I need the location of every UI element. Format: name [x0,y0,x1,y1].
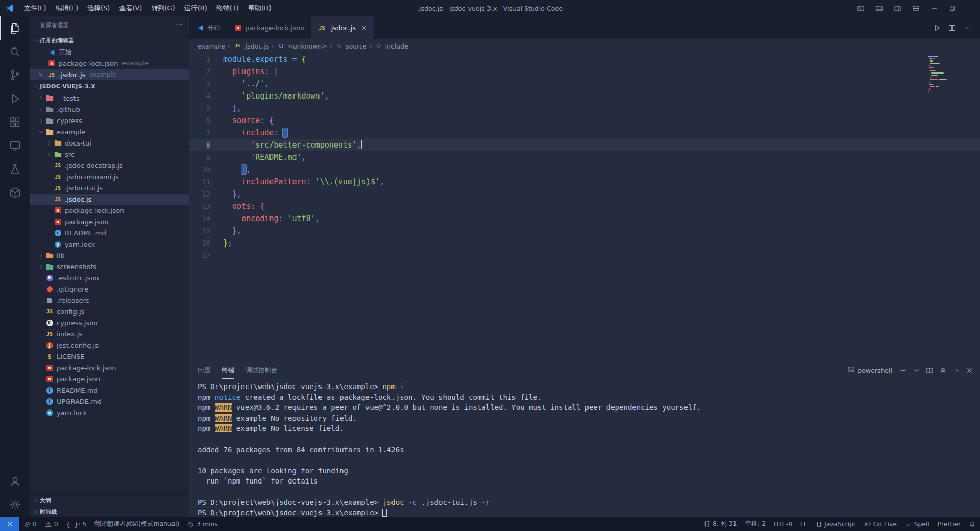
tab-.jsdoc.js[interactable]: JS.jsdoc.js [311,16,374,39]
files-icon[interactable] [0,16,30,40]
chevron-down-button[interactable] [910,364,923,377]
code-line[interactable]: 11 includePattern: '\\.(vue|js)$', [189,176,980,188]
panel-tab[interactable]: 终端 [222,361,234,379]
code-line[interactable]: 10 ], [189,163,980,176]
cursor-position[interactable]: 行 8, 列 31 [700,517,741,531]
code-line[interactable]: 16}; [189,237,980,249]
line-number[interactable]: 1 [189,53,223,65]
eol[interactable]: LF [796,517,812,531]
tree-item[interactable]: iUPGRADE.md [30,396,189,407]
project-section-header[interactable]: JSDOC-VUEJS-3.X [30,80,189,92]
code-line[interactable]: 12 }, [189,188,980,200]
menu-item[interactable]: 文件(F) [19,0,51,16]
open-editor-item[interactable]: npackage-lock.jsonexample [30,58,189,69]
tree-item[interactable]: .gitignore [30,283,189,295]
tree-item[interactable]: JSindex.js [30,328,189,340]
menu-item[interactable]: 查看(V) [114,0,146,16]
close-icon[interactable] [361,25,368,31]
tree-item[interactable]: §LICENSE [30,351,189,362]
tree-item[interactable]: JSconfig.js [30,306,189,317]
open-editors-section-header[interactable]: 打开的编辑器 [30,34,189,46]
tree-item[interactable]: npackage-lock.json [30,205,189,216]
layout-sidebar-right-icon[interactable] [888,0,906,16]
line-number[interactable]: 16 [189,237,223,249]
code-line[interactable]: 6 source: { [189,114,980,127]
line-number[interactable]: 12 [189,188,223,200]
line-number[interactable]: 8 [189,139,223,151]
tree-item[interactable]: JS.jsdoc-docstrap.js [30,160,189,171]
line-number[interactable]: 7 [189,127,223,139]
sidebar-section-timeline[interactable]: 时间线 [30,506,189,517]
tree-item[interactable]: npackage.json [30,216,189,227]
menu-item[interactable]: 选择(S) [83,0,114,16]
warnings-count[interactable]: 0 [41,517,62,531]
terminal-shell-selector[interactable]: powershell [847,366,892,375]
menu-item[interactable]: 运行(R) [180,0,212,16]
tree-item[interactable]: JS.jsdoc-tui.js [30,182,189,194]
encoding[interactable]: UTF-8 [770,517,796,531]
errors-count[interactable]: 0 [19,517,41,531]
terminal-output[interactable]: PS D:\project\web\jsdoc-vuejs-3.x\exampl… [189,379,980,517]
split-button[interactable] [923,364,936,377]
search-icon[interactable] [0,40,30,63]
ellipsis-button[interactable] [960,16,975,39]
code-line[interactable]: 5 ], [189,102,980,114]
source-control-icon[interactable] [0,63,30,87]
code-line[interactable]: 17 [189,249,980,261]
trash-button[interactable] [936,364,949,377]
code-line[interactable]: 15 }, [189,225,980,237]
plus-button[interactable] [896,364,910,377]
panel-tab[interactable]: 调试控制台 [246,361,278,379]
line-number[interactable]: 2 [189,65,223,78]
menu-item[interactable]: 编辑(E) [51,0,83,16]
breadcrumb-item[interactable]: source [335,42,367,50]
line-number[interactable]: 6 [189,114,223,127]
run-button[interactable] [929,16,944,39]
sidebar-more-actions-button[interactable] [175,20,183,30]
translator-status[interactable]: 翻译朗读者就绪(模式manual) [90,517,183,531]
tree-item[interactable]: Jjest.config.js [30,340,189,351]
chevron-up-button[interactable] [949,364,963,377]
line-number[interactable]: 11 [189,176,223,188]
bracket-counter[interactable]: {..}: 5 [62,517,90,531]
spell-checker[interactable]: Spell [901,517,934,531]
open-editor-item[interactable]: 开始 [30,46,189,58]
breadcrumb-item[interactable]: JS.jsdoc.js [233,42,269,50]
prettier[interactable]: Prettier [934,517,965,531]
code-line[interactable]: 1module.exports = { [189,53,980,65]
close-button[interactable] [963,364,976,377]
settings-gear-icon[interactable] [0,493,30,516]
tree-item[interactable]: JS.jsdoc.js [30,194,189,205]
code-editor[interactable]: 1module.exports = {2 plugins: [3 '../',4… [189,53,980,361]
tree-item[interactable]: iREADME.md [30,384,189,396]
tree-item[interactable]: cypress [30,115,189,126]
remote-indicator[interactable] [0,517,19,531]
tab-package-lock.json[interactable]: npackage-lock.json [227,16,311,39]
line-number[interactable]: 4 [189,90,223,102]
layout-panel-icon[interactable] [870,0,888,16]
tree-item[interactable]: Ccypress.json [30,317,189,328]
tree-item[interactable]: src [30,149,189,160]
remote-explorer-icon[interactable] [0,134,30,157]
tree-item[interactable]: .github [30,104,189,115]
tree-item[interactable]: docs-tui [30,137,189,149]
code-line[interactable]: 13 opts: { [189,200,980,212]
indentation[interactable]: 空格: 2 [741,517,770,531]
code-line[interactable]: 9 'README.md', [189,151,980,163]
tree-item[interactable]: yyarn.lock [30,238,189,250]
extensions-icon[interactable] [0,110,30,134]
sidebar-section-outline[interactable]: 大纲 [30,495,189,506]
minimize-icon[interactable] [925,0,943,16]
tree-item[interactable]: npackage-lock.json [30,362,189,373]
menu-item[interactable]: 转到(G) [146,0,179,16]
tree-item[interactable]: __tests__ [30,92,189,104]
code-line[interactable]: 2 plugins: [ [189,65,980,78]
close-icon[interactable] [962,0,980,16]
notifications[interactable] [965,517,980,531]
line-number[interactable]: 10 [189,163,223,176]
breadcrumb-item[interactable]: include [374,42,408,50]
line-number[interactable]: 9 [189,151,223,163]
code-line[interactable]: 4 'plugins/markdown', [189,90,980,102]
code-line[interactable]: 14 encoding: 'utf8', [189,212,980,225]
line-number[interactable]: 17 [189,249,223,261]
